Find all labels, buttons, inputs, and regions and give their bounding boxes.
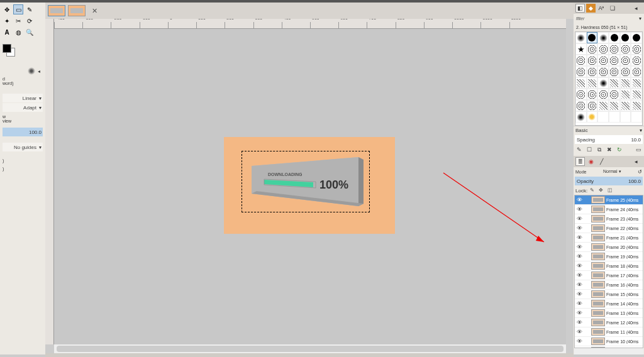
layer-row[interactable]: 👁Frame 19 (40ms: [575, 252, 643, 261]
brush-cell[interactable]: [631, 111, 642, 123]
layer-row[interactable]: 👁Frame 18 (40ms: [575, 261, 643, 271]
layer-row[interactable]: 👁Frame 25 (40ms: [575, 195, 643, 205]
tab-close-button[interactable]: ✕: [89, 6, 99, 16]
brush-cell[interactable]: [620, 100, 631, 111]
visibility-icon[interactable]: 👁: [575, 319, 584, 326]
brush-filter[interactable]: filter▾: [574, 14, 644, 23]
move-tool[interactable]: ✥: [2, 4, 12, 14]
visibility-icon[interactable]: 👁: [575, 310, 584, 316]
brush-cell[interactable]: [609, 32, 620, 43]
history-tab[interactable]: ❏: [608, 4, 617, 13]
brush-spacing-slider[interactable]: Spacing10.0: [575, 135, 643, 144]
visibility-icon[interactable]: 👁: [575, 300, 584, 307]
brush-edit-icon[interactable]: ✎: [575, 146, 582, 153]
lock-pos-icon[interactable]: ✥: [599, 187, 605, 194]
brush-cell[interactable]: [597, 77, 609, 89]
brush-refresh-icon[interactable]: ↻: [616, 146, 623, 153]
layer-row[interactable]: 👁Frame 13 (40ms: [575, 309, 643, 318]
canvas-area[interactable]: DOWNLOADING 100%: [54, 29, 566, 344]
bucket-tool[interactable]: ◍: [13, 27, 23, 37]
visibility-icon[interactable]: 👁: [575, 263, 584, 269]
brush-cell[interactable]: [631, 100, 642, 111]
brush-cell[interactable]: [575, 66, 587, 77]
image-tab-1[interactable]: [48, 5, 65, 16]
layers-tab[interactable]: ≣: [575, 157, 585, 166]
zoom-tool[interactable]: 🔍: [25, 27, 35, 37]
brush-cell[interactable]: [587, 32, 598, 43]
blend-mode-row[interactable]: Mode Normal ▾ ↺: [574, 167, 644, 176]
fuzzy-select-tool[interactable]: ✦: [2, 16, 12, 26]
layer-opacity-slider[interactable]: Opacity100.0: [575, 177, 643, 185]
layer-row[interactable]: 👁Frame 20 (40ms: [575, 243, 643, 252]
layer-row[interactable]: 👁Frame 10 (40ms: [575, 337, 643, 346]
visibility-icon[interactable]: 👁: [575, 272, 584, 278]
visibility-icon[interactable]: 👁: [575, 244, 584, 250]
layer-row[interactable]: 👁Frame 15 (40ms: [575, 290, 643, 299]
brush-cell[interactable]: [587, 111, 598, 123]
repeat-select[interactable]: Adapt▾: [3, 103, 43, 112]
crop-tool[interactable]: ✂: [13, 16, 23, 26]
brush-cell[interactable]: [609, 100, 620, 111]
brush-cell[interactable]: [575, 77, 587, 89]
brush-cell[interactable]: [587, 100, 598, 111]
layer-row[interactable]: 👁Frame 14 (40ms: [575, 299, 643, 309]
visibility-icon[interactable]: 👁: [575, 206, 584, 212]
brush-cell[interactable]: [587, 77, 598, 89]
visibility-icon[interactable]: 👁: [575, 338, 584, 344]
visibility-icon[interactable]: 👁: [575, 253, 584, 260]
visibility-icon[interactable]: 👁: [575, 216, 584, 222]
brush-cell[interactable]: [620, 55, 631, 66]
layer-row[interactable]: 👁Frame 24 (40ms: [575, 205, 643, 214]
brush-del-icon[interactable]: ✖: [606, 146, 613, 153]
brush-cell[interactable]: [575, 100, 587, 111]
layer-row[interactable]: 👁Frame 21 (40ms: [575, 233, 643, 243]
paths-tab[interactable]: ╱: [597, 157, 606, 166]
color-swatch[interactable]: [3, 44, 16, 58]
brush-cell[interactable]: [597, 32, 609, 43]
brush-cell[interactable]: [609, 43, 620, 55]
layer-row[interactable]: 👁Frame 12 (40ms: [575, 318, 643, 327]
brush-cell[interactable]: [620, 66, 631, 77]
free-select-tool[interactable]: ✎: [25, 4, 35, 14]
visibility-icon[interactable]: 👁: [575, 291, 584, 297]
brush-cell[interactable]: [631, 66, 642, 77]
brush-preset-select[interactable]: Basic▾: [574, 126, 644, 135]
layer-row[interactable]: 👁Frame 22 (40ms: [575, 224, 643, 233]
brush-cell[interactable]: [597, 55, 609, 66]
fg-color[interactable]: [3, 44, 11, 53]
brush-cell[interactable]: [609, 89, 620, 100]
brush-cell[interactable]: [597, 66, 609, 77]
brush-new-icon[interactable]: ☐: [586, 146, 592, 153]
layer-row[interactable]: 👁Frame 16 (40ms: [575, 280, 643, 290]
rect-select-tool[interactable]: ▭: [13, 4, 23, 14]
brush-cell[interactable]: [575, 89, 587, 100]
layer-row[interactable]: 👁Frame 17 (40ms: [575, 271, 643, 280]
rotate-tool[interactable]: ⟳: [25, 16, 35, 26]
brushes-tab[interactable]: ◧: [575, 4, 585, 13]
layer-dock-menu-icon[interactable]: ◂: [631, 157, 641, 166]
brush-cell[interactable]: [587, 43, 598, 55]
visibility-icon[interactable]: 👁: [575, 282, 584, 288]
brush-cell[interactable]: [575, 32, 587, 43]
brush-cell[interactable]: [631, 43, 642, 55]
brush-cell[interactable]: [609, 77, 620, 89]
text-tool[interactable]: A: [2, 27, 12, 37]
brush-cell[interactable]: [587, 55, 598, 66]
layer-scroll-h[interactable]: [574, 348, 643, 354]
shape-select[interactable]: Linear▾: [3, 94, 43, 102]
brush-cell[interactable]: [587, 66, 598, 77]
brush-cell[interactable]: [575, 111, 587, 123]
guides-select[interactable]: No guides▾: [3, 143, 43, 151]
brush-cell[interactable]: [620, 89, 631, 100]
brush-cell[interactable]: [620, 32, 631, 43]
brush-cell[interactable]: [631, 77, 642, 89]
brush-cell[interactable]: [587, 89, 598, 100]
brush-dup-icon[interactable]: ⧉: [596, 146, 602, 153]
image-tab-2[interactable]: [68, 5, 86, 16]
patterns-tab[interactable]: ◆: [586, 4, 596, 13]
canvas-scroll-horizontal[interactable]: [54, 344, 566, 353]
brush-cell[interactable]: [620, 111, 631, 123]
channels-tab[interactable]: ◉: [586, 157, 596, 166]
brush-cell[interactable]: [597, 43, 609, 55]
brush-cell[interactable]: [609, 66, 620, 77]
